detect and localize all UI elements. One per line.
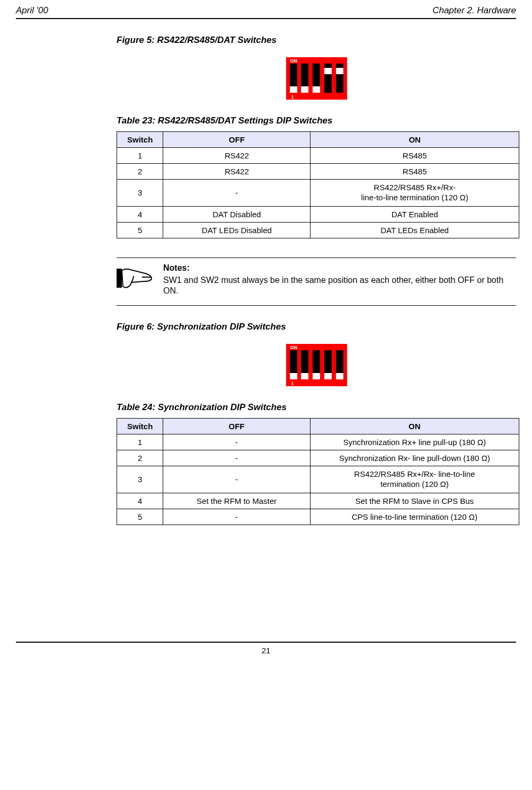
page-number: 21: [262, 646, 271, 655]
table-23: Switch OFF ON 1 RS422 RS485 2 RS422 RS48…: [117, 131, 519, 238]
table-row: 2 - Synchronization Rx- line pull-down (…: [117, 450, 519, 466]
dip-slot-4: [324, 64, 332, 93]
header-left: April '00: [16, 5, 48, 16]
dip-knob: [290, 86, 297, 93]
cell-switch: 3: [117, 180, 163, 207]
figure-5-title: Figure 5: RS422/RS485/DAT Switches: [117, 35, 516, 46]
col-switch: Switch: [117, 132, 163, 148]
dip-knob: [301, 86, 308, 93]
figure-6-image: ON 1: [117, 344, 516, 386]
table-23-block: Table 23: RS422/RS485/DAT Settings DIP S…: [117, 116, 516, 238]
cell-on: Set the RFM to Slave in CPS Bus: [310, 493, 519, 509]
notes-body: SW1 and SW2 must always be in the same p…: [163, 275, 516, 297]
table-24-block: Table 24: Synchronization DIP Switches S…: [117, 402, 516, 525]
table-row: 3 - RS422/RS485 Rx+/Rx- line-to-line ter…: [117, 466, 519, 493]
cell-on-line1: RS422/RS485 Rx+/Rx- line-to-line: [354, 469, 475, 478]
dip-switch-row: [289, 350, 344, 379]
dip-one-label: 1: [291, 94, 294, 100]
dip-slot-5: [336, 350, 343, 379]
dip-knob: [290, 373, 297, 379]
cell-switch: 5: [117, 222, 163, 238]
cell-off: DAT LEDs Disabled: [163, 222, 311, 238]
table-header-row: Switch OFF ON: [117, 132, 519, 148]
dip-knob: [324, 373, 332, 379]
notes-block: Notes: SW1 and SW2 must always be in the…: [117, 258, 516, 306]
cell-off: -: [163, 450, 310, 466]
dip-knob: [301, 373, 308, 379]
dip-slot-2: [301, 350, 308, 379]
table-24-title: Table 24: Synchronization DIP Switches: [117, 402, 516, 413]
cell-on: RS485: [311, 148, 519, 164]
notes-heading: Notes:: [163, 263, 516, 273]
cell-on: CPS line-to-line termination (120 Ω): [310, 509, 519, 525]
dip-switch-1: ON 1: [286, 57, 347, 100]
dip-switch-2: ON 1: [286, 344, 347, 386]
table-row: 3 - RS422/RS485 Rx+/Rx- line-to-line ter…: [117, 180, 519, 207]
table-row: 4 DAT Disabled DAT Enabled: [117, 206, 519, 222]
dip-switch-row: [289, 64, 344, 93]
table-23-title: Table 23: RS422/RS485/DAT Settings DIP S…: [117, 116, 516, 126]
figure-5-image: ON 1: [117, 57, 516, 100]
cell-off: RS422: [163, 164, 311, 180]
cell-on: DAT LEDs Enabled: [311, 222, 519, 238]
dip-slot-4: [324, 350, 332, 379]
cell-switch: 1: [117, 148, 163, 164]
cell-switch: 3: [117, 466, 163, 493]
dip-knob: [336, 68, 343, 74]
dip-knob: [324, 68, 332, 74]
table-row: 2 RS422 RS485: [117, 164, 519, 180]
dip-slot-3: [313, 350, 320, 379]
cell-on: Synchronization Rx- line pull-down (180 …: [310, 450, 519, 466]
cell-on: Synchronization Rx+ line pull-up (180 Ω): [310, 434, 519, 450]
cell-off: -: [163, 434, 310, 450]
dip-one-label: 1: [291, 381, 294, 386]
dip-knob: [313, 86, 320, 93]
page-footer: 21: [16, 642, 516, 655]
figure-6-title: Figure 6: Synchronization DIP Switches: [117, 322, 516, 332]
dip-slot-2: [301, 64, 308, 93]
cell-off: -: [163, 180, 311, 207]
cell-on: RS422/RS485 Rx+/Rx- line-to-line termina…: [311, 180, 519, 207]
cell-off: Set the RFM to Master: [163, 493, 310, 509]
pointing-hand-icon: [117, 265, 154, 292]
cell-switch: 4: [117, 493, 163, 509]
col-off: OFF: [163, 132, 311, 148]
cell-switch: 2: [117, 450, 163, 466]
cell-switch: 2: [117, 164, 163, 180]
dip-on-label: ON: [290, 345, 344, 350]
table-row: 1 RS422 RS485: [117, 148, 519, 164]
dip-slot-1: [290, 350, 297, 379]
cell-off: DAT Disabled: [163, 206, 311, 222]
table-row: 5 - CPS line-to-line termination (120 Ω): [117, 509, 519, 525]
table-24: Switch OFF ON 1 - Synchronization Rx+ li…: [117, 418, 519, 525]
notes-text: Notes: SW1 and SW2 must always be in the…: [163, 263, 516, 297]
col-on: ON: [310, 419, 519, 434]
col-switch: Switch: [117, 419, 163, 434]
table-row: 5 DAT LEDs Disabled DAT LEDs Enabled: [117, 222, 519, 238]
col-on: ON: [311, 132, 519, 148]
cell-on-line2: line-to-line termination (120 Ω): [361, 193, 468, 202]
page-header: April '00 Chapter 2. Hardware: [16, 5, 516, 16]
cell-switch: 5: [117, 509, 163, 525]
dip-knob: [336, 373, 343, 379]
dip-slot-5: [336, 64, 343, 93]
table-header-row: Switch OFF ON: [117, 419, 519, 434]
cell-off: RS422: [163, 148, 311, 164]
figure-5-block: Figure 5: RS422/RS485/DAT Switches ON 1: [117, 35, 516, 100]
header-right: Chapter 2. Hardware: [432, 5, 516, 16]
figure-6-block: Figure 6: Synchronization DIP Switches O…: [117, 322, 516, 386]
col-off: OFF: [163, 419, 310, 434]
cell-switch: 4: [117, 206, 163, 222]
cell-off: -: [163, 466, 310, 493]
cell-on: RS422/RS485 Rx+/Rx- line-to-line termina…: [310, 466, 519, 493]
dip-slot-3: [313, 64, 320, 93]
cell-on-line2: termination (120 Ω): [380, 480, 449, 489]
dip-slot-1: [290, 64, 297, 93]
cell-off: -: [163, 509, 310, 525]
table-row: 1 - Synchronization Rx+ line pull-up (18…: [117, 434, 519, 450]
svg-rect-0: [117, 269, 122, 288]
cell-on-line1: RS422/RS485 Rx+/Rx-: [374, 183, 456, 192]
cell-on: DAT Enabled: [311, 206, 519, 222]
dip-on-label: ON: [290, 58, 344, 64]
header-rule: [16, 18, 516, 19]
